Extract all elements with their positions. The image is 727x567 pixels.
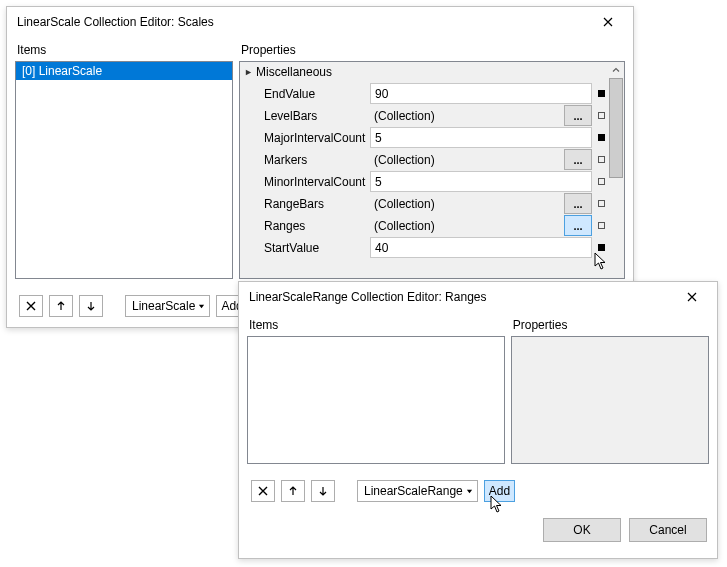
move-up-button[interactable]	[281, 480, 305, 502]
scales-editor-dialog: LinearScale Collection Editor: Scales It…	[6, 6, 634, 328]
properties-grid[interactable]	[512, 337, 708, 463]
minorinterval-input[interactable]: 5	[370, 171, 592, 192]
chevron-down-icon	[198, 303, 205, 310]
close-icon	[603, 17, 613, 27]
delete-button[interactable]	[251, 480, 275, 502]
items-listbox[interactable]: [0] LinearScale	[15, 61, 233, 279]
delete-button[interactable]	[19, 295, 43, 317]
prop-row-ranges[interactable]: Ranges (Collection) ...	[240, 214, 608, 236]
prop-row-minorinterval[interactable]: MinorIntervalCount 5	[240, 170, 608, 192]
endvalue-input[interactable]: 90	[370, 83, 592, 104]
levelbars-ellipsis-button[interactable]: ...	[564, 105, 592, 126]
titlebar: LinearScaleRange Collection Editor: Rang…	[239, 282, 717, 312]
scroll-thumb[interactable]	[609, 78, 623, 178]
chevron-down-icon	[466, 488, 473, 495]
x-icon	[258, 486, 268, 496]
x-icon	[26, 301, 36, 311]
majorinterval-input[interactable]: 5	[370, 127, 592, 148]
rangebars-ellipsis-button[interactable]: ...	[564, 193, 592, 214]
close-button[interactable]	[591, 11, 625, 33]
titlebar: LinearScale Collection Editor: Scales	[7, 7, 633, 37]
prop-row-rangebars[interactable]: RangeBars (Collection) ...	[240, 192, 608, 214]
scroll-up-button[interactable]	[608, 62, 624, 78]
properties-label: Properties	[511, 312, 709, 336]
move-up-button[interactable]	[49, 295, 73, 317]
type-dropdown[interactable]: LinearScale	[125, 295, 210, 317]
properties-label: Properties	[239, 37, 625, 61]
type-dropdown[interactable]: LinearScaleRange	[357, 480, 478, 502]
ranges-ellipsis-button[interactable]: ...	[564, 215, 592, 236]
items-label: Items	[247, 312, 505, 336]
add-button[interactable]: Add	[484, 480, 515, 502]
arrow-down-icon	[86, 301, 96, 311]
cancel-button[interactable]: Cancel	[629, 518, 707, 542]
properties-scrollbar[interactable]	[608, 62, 624, 278]
ranges-editor-dialog: LinearScaleRange Collection Editor: Rang…	[238, 281, 718, 559]
category-row[interactable]: Miscellaneous	[240, 62, 608, 82]
list-item[interactable]: [0] LinearScale	[16, 62, 232, 80]
prop-row-majorinterval[interactable]: MajorIntervalCount 5	[240, 126, 608, 148]
items-listbox[interactable]	[247, 336, 505, 464]
close-button[interactable]	[675, 286, 709, 308]
arrow-down-icon	[318, 486, 328, 496]
markers-ellipsis-button[interactable]: ...	[564, 149, 592, 170]
expand-arrow-icon	[240, 68, 256, 77]
prop-row-endvalue[interactable]: EndValue 90	[240, 82, 608, 104]
arrow-up-icon	[288, 486, 298, 496]
chevron-up-icon	[612, 66, 620, 74]
prop-row-markers[interactable]: Markers (Collection) ...	[240, 148, 608, 170]
close-icon	[687, 292, 697, 302]
ok-button[interactable]: OK	[543, 518, 621, 542]
dialog-title: LinearScaleRange Collection Editor: Rang…	[249, 290, 486, 304]
move-down-button[interactable]	[79, 295, 103, 317]
dialog-title: LinearScale Collection Editor: Scales	[17, 15, 214, 29]
prop-row-levelbars[interactable]: LevelBars (Collection) ...	[240, 104, 608, 126]
items-label: Items	[15, 37, 233, 61]
move-down-button[interactable]	[311, 480, 335, 502]
startvalue-input[interactable]: 40	[370, 237, 592, 258]
arrow-up-icon	[56, 301, 66, 311]
prop-row-startvalue[interactable]: StartValue 40	[240, 236, 608, 258]
